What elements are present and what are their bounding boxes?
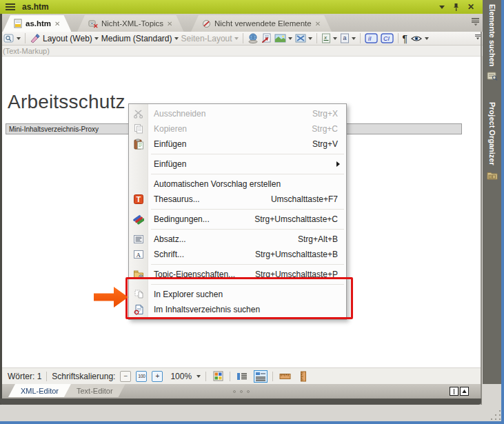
menu-item-einfuegen[interactable]: Einfügen Strg+V bbox=[129, 137, 346, 152]
menu-item-label: Einfügen bbox=[154, 159, 186, 169]
insert-multimedia-button[interactable] bbox=[295, 34, 312, 43]
tab-close-icon[interactable]: ✕ bbox=[167, 20, 172, 28]
conditions-icon bbox=[133, 214, 144, 225]
tab-overflow-icon[interactable] bbox=[472, 18, 479, 26]
menu-item-shortcut: Umschalttaste+F7 bbox=[271, 194, 338, 204]
menu-item-shortcut: Strg+Umschalttaste+B bbox=[255, 250, 338, 259]
show-tags-button[interactable] bbox=[410, 34, 429, 43]
editor-toolbar: Layout (Web) Medium (Standard) Seiten-La… bbox=[0, 32, 483, 46]
grip-icon bbox=[6, 3, 15, 10]
paste-icon bbox=[133, 139, 144, 150]
menu-item-einfuegen-submenu[interactable]: Einfügen bbox=[129, 157, 346, 172]
layout-dropdown[interactable]: Layout (Web) bbox=[43, 34, 99, 43]
collapse-toggle-button[interactable] bbox=[460, 387, 469, 396]
format-painter-button[interactable] bbox=[30, 33, 40, 43]
zoom-out-button[interactable]: − bbox=[120, 371, 131, 382]
find-elements-icon bbox=[487, 71, 498, 81]
insert-snippet-button[interactable]: a bbox=[340, 33, 356, 43]
menu-separator bbox=[151, 174, 344, 174]
editor-frame-bottom bbox=[0, 398, 481, 405]
tab-label: Nicht verwendete Elemente bbox=[214, 19, 312, 28]
color-palette-button[interactable] bbox=[211, 370, 225, 383]
image-icon bbox=[274, 34, 286, 43]
svg-text:CI: CI bbox=[383, 35, 390, 42]
insert-variable-button[interactable]: x bbox=[321, 33, 337, 43]
tab-close-icon[interactable]: ✕ bbox=[54, 20, 60, 28]
block-view-button[interactable] bbox=[254, 370, 268, 383]
cross-reference-button[interactable] bbox=[261, 33, 272, 43]
show-paragraph-marks-button[interactable]: ¶ bbox=[403, 33, 408, 44]
menu-item-shortcut: Strg+C bbox=[312, 124, 338, 134]
resize-grip[interactable] bbox=[491, 410, 502, 420]
menu-item-automatischen-vorschlag[interactable]: Automatischen Vorschlag erstellen bbox=[129, 176, 346, 192]
vertical-ruler-icon bbox=[300, 371, 307, 382]
svg-text:A: A bbox=[137, 252, 141, 259]
sidebar-tab-elemente-suchen[interactable]: Elemente suchen bbox=[483, 4, 501, 81]
menu-item-label: Einfügen bbox=[154, 139, 186, 149]
multimedia-icon bbox=[295, 34, 306, 43]
index-entry-button[interactable]: iI bbox=[365, 33, 378, 43]
toolbar-overflow-icon[interactable] bbox=[475, 34, 481, 40]
non-xml-file-icon: ✕ bbox=[88, 19, 98, 28]
window-border-bottom bbox=[0, 421, 504, 424]
tab-nicht-xml-topics[interactable]: ✕ Nicht-XML-Topics ✕ bbox=[77, 15, 184, 32]
tab-as-htm[interactable]: as.htm ✕ bbox=[3, 15, 71, 32]
tab-label: Nicht-XML-Topics bbox=[101, 19, 163, 28]
vertical-ruler-button[interactable] bbox=[296, 370, 310, 383]
horizontal-ruler-button[interactable] bbox=[278, 370, 292, 383]
page-layout-dropdown-label: Seiten-Layout bbox=[181, 34, 232, 43]
eye-icon bbox=[410, 34, 423, 43]
menu-item-absatz[interactable]: Absatz... Strg+Alt+B bbox=[129, 232, 346, 247]
menu-item-label: Kopieren bbox=[154, 124, 187, 134]
zoom-region-button[interactable] bbox=[3, 34, 21, 43]
close-icon[interactable]: ✕ bbox=[467, 3, 474, 11]
statusbar-dots bbox=[233, 390, 250, 393]
medium-dropdown[interactable]: Medium (Standard) bbox=[101, 34, 179, 43]
svg-text:iI: iI bbox=[368, 35, 372, 42]
htm-file-icon bbox=[14, 19, 22, 28]
variable-icon: x bbox=[321, 33, 331, 43]
tab-xml-editor[interactable]: XML-Editor bbox=[8, 384, 71, 397]
editor-status-bar: Wörter: 1 Schriftskalierung: − 100 + 100… bbox=[2, 367, 481, 384]
menu-separator bbox=[151, 209, 344, 210]
menu-item-ausschneiden: Ausschneiden Strg+X bbox=[129, 106, 346, 121]
submenu-arrow-icon bbox=[336, 161, 340, 167]
word-count: Wörter: 1 bbox=[8, 372, 41, 381]
concept-entry-button[interactable]: CI bbox=[381, 33, 394, 43]
menu-item-label: Schrift... bbox=[154, 250, 184, 259]
tab-text-editor[interactable]: Text-Editor bbox=[64, 384, 125, 397]
hyperlink-button[interactable] bbox=[248, 33, 259, 43]
pin-icon[interactable] bbox=[453, 3, 459, 12]
tag-view-button[interactable] bbox=[235, 370, 249, 383]
svg-text:a: a bbox=[343, 34, 346, 41]
zoom-reset-button[interactable]: 100 bbox=[136, 371, 147, 382]
right-sidebar: Elemente suchen Project Organizer bbox=[483, 0, 501, 384]
sidebar-tab-project-organizer[interactable]: Project Organizer bbox=[483, 102, 501, 180]
insert-image-button[interactable] bbox=[274, 34, 292, 43]
svg-text:✕: ✕ bbox=[93, 23, 98, 28]
paragraph-icon bbox=[133, 234, 144, 245]
layout-dropdown-label: Layout (Web) bbox=[43, 34, 92, 43]
copy-icon bbox=[133, 123, 144, 134]
menu-separator bbox=[151, 264, 344, 265]
zoom-dropdown-icon[interactable] bbox=[196, 375, 201, 378]
ibeam-toggle-button[interactable] bbox=[450, 387, 458, 396]
titlebar-menu-icon[interactable] bbox=[439, 6, 445, 9]
topic-heading[interactable]: Arbeitsschutz bbox=[8, 91, 125, 113]
scissors-icon bbox=[133, 108, 144, 119]
format-painter-icon bbox=[30, 33, 40, 43]
tab-nicht-verwendete-elemente[interactable]: Nicht verwendete Elemente ✕ bbox=[191, 15, 332, 32]
menu-item-label: Thesaurus... bbox=[154, 194, 200, 204]
menu-item-thesaurus[interactable]: T Thesaurus... Umschalttaste+F7 bbox=[129, 192, 346, 207]
svg-text:T: T bbox=[137, 195, 141, 203]
tab-close-icon[interactable]: ✕ bbox=[315, 20, 321, 28]
menu-item-schrift[interactable]: A Schrift... Strg+Umschalttaste+B bbox=[129, 247, 346, 262]
color-squares-icon bbox=[213, 371, 223, 381]
menu-item-bedingungen[interactable]: Bedingungen... Strg+Umschalttaste+C bbox=[129, 212, 346, 227]
page-layout-dropdown[interactable]: Seiten-Layout bbox=[181, 34, 239, 43]
editor-frame-right bbox=[481, 32, 482, 405]
document-tab-bar: as.htm ✕ ✕ Nicht-XML-Topics ✕ Nicht verw… bbox=[0, 14, 483, 32]
zoom-in-button[interactable]: + bbox=[152, 371, 163, 382]
document-titlebar: as.htm ✕ bbox=[0, 0, 483, 14]
highlight-box bbox=[125, 277, 353, 319]
